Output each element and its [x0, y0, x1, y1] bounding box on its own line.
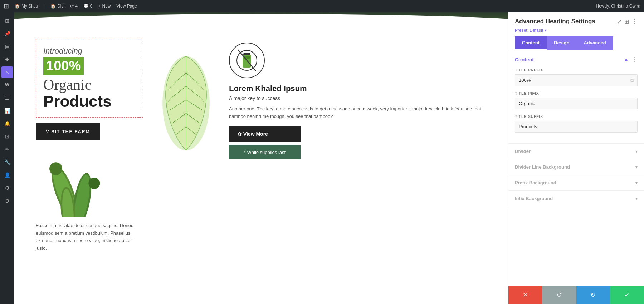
sidebar-icon-bell[interactable]: 🔔: [1, 118, 13, 129]
view-page-link[interactable]: View Page: [117, 4, 137, 9]
panel-title: Advanced Heading Settings: [515, 18, 595, 25]
lorem-subtitle: A major key to success: [229, 95, 487, 101]
my-sites-label: My Sites: [21, 4, 38, 9]
sidebar-icon-woo[interactable]: W: [1, 79, 13, 91]
tab-design[interactable]: Design: [547, 36, 576, 50]
title-suffix-input-wrapper: [515, 121, 638, 133]
accordion-infix-bg: Infix Background ▾: [508, 191, 644, 206]
title-infix-input-wrapper: [515, 98, 638, 109]
accordion-prefix-bg-label: Prefix Background: [515, 180, 556, 185]
visit-farm-button[interactable]: VISIT THE FARM: [36, 123, 100, 140]
title-prefix-label: Title Prefix: [515, 68, 638, 72]
more-options-icon[interactable]: ⋮: [632, 18, 638, 25]
comments-count: 0: [90, 4, 93, 9]
title-prefix-copy-icon[interactable]: ⧉: [626, 77, 637, 83]
title-suffix-input[interactable]: [515, 121, 637, 132]
content-section-collapse-icon[interactable]: ▲: [623, 56, 629, 63]
sidebar-icon-logo[interactable]: ⊞: [1, 15, 13, 26]
sidebar-icon-user[interactable]: 👤: [1, 169, 13, 181]
settings-panel: Advanced Heading Settings ⤢ ⊞ ⋮ Preset: …: [508, 12, 644, 304]
accordion-divider-line-bg: Divider Line Background ▾: [508, 159, 644, 175]
accordion-prefix-bg: Prefix Background ▾: [508, 175, 644, 191]
panel-tabs: Content Design Advanced: [515, 36, 638, 50]
save-button[interactable]: ✓: [610, 286, 644, 304]
title-infix-field-group: Title Infix: [515, 91, 638, 109]
suffix-text: Products: [43, 93, 136, 110]
accordion-infix-bg-label: Infix Background: [515, 196, 553, 201]
content-section-more-icon[interactable]: ⋮: [632, 56, 638, 63]
zucchini-image: [36, 146, 143, 219]
fullscreen-icon[interactable]: ⤢: [617, 18, 621, 25]
sidebar-icon-tool[interactable]: 🔧: [1, 156, 13, 168]
accordion-divider-chevron-icon: ▾: [635, 149, 638, 154]
sidebar-icon-cursor[interactable]: ↖: [1, 66, 13, 78]
page-content: Introducing 100% Organic Products VISIT …: [14, 12, 508, 304]
content-wrapper: Introducing 100% Organic Products VISIT …: [14, 28, 508, 219]
revisions-link[interactable]: ⟳ 4: [70, 4, 78, 9]
supplies-button[interactable]: * While supplies last: [229, 145, 301, 159]
accordion-infix-bg-header[interactable]: Infix Background ▾: [508, 191, 644, 206]
title-prefix-input[interactable]: [515, 75, 626, 86]
right-content-section: Lorem Khaled Ipsum A major key to succes…: [229, 39, 487, 219]
main-layout: ⊞ 📌 ▤ ✚ ↖ W ☰ 📊 🔔 ⊡ ✏ 🔧 👤 ⚙ D Introducin…: [0, 12, 644, 304]
reset-button[interactable]: ↺: [542, 286, 576, 304]
tab-advanced[interactable]: Advanced: [576, 36, 613, 50]
divi-home-icon: 🏠: [50, 4, 56, 9]
home-icon: 🏠: [15, 4, 20, 9]
icon-circle: [229, 43, 265, 78]
preset-label: Preset: Default: [515, 28, 543, 33]
title-suffix-label: Title Suffix: [515, 114, 638, 119]
sidebar-icon-settings[interactable]: ⚙: [1, 182, 13, 194]
left-sidebar: ⊞ 📌 ▤ ✚ ↖ W ☰ 📊 🔔 ⊡ ✏ 🔧 👤 ⚙ D: [0, 12, 14, 304]
divider: |: [44, 4, 45, 9]
title-infix-input[interactable]: [515, 98, 637, 109]
title-prefix-field-group: Title Prefix ⧉: [515, 68, 638, 86]
sidebar-icon-plus[interactable]: ✚: [1, 54, 13, 65]
content-section-actions: ▲ ⋮: [623, 56, 638, 63]
accordion-prefix-bg-header[interactable]: Prefix Background ▾: [508, 175, 644, 190]
content-fields-section: Content ▲ ⋮ Title Prefix ⧉ Titl: [508, 50, 644, 144]
revisions-icon: ⟳: [70, 4, 74, 9]
accordion-divider: Divider ▾: [508, 144, 644, 159]
preset-chevron-icon: ▾: [545, 28, 547, 33]
cancel-icon: ✕: [523, 291, 528, 299]
accordion-divider-line-bg-header[interactable]: Divider Line Background ▾: [508, 159, 644, 175]
accordion-divider-label: Divider: [515, 149, 531, 154]
sidebar-icon-layers[interactable]: ☰: [1, 92, 13, 104]
heading-block: Introducing 100% Organic Products VISIT …: [36, 39, 143, 219]
sidebar-icon-pencil[interactable]: ✏: [1, 144, 13, 155]
greeting: Howdy, Christina Gwira: [596, 4, 640, 9]
hero-image: [14, 12, 508, 28]
divi-link[interactable]: 🏠 Divi: [50, 4, 64, 9]
my-sites-link[interactable]: 🏠 My Sites: [15, 4, 38, 9]
lorem-body: Another one. The key to more success is …: [229, 105, 487, 120]
title-infix-label: Title Infix: [515, 91, 638, 95]
admin-bar: ⊞ 🏠 My Sites | 🏠 Divi ⟳ 4 💬 0 + New View…: [0, 0, 644, 12]
comments-link[interactable]: 💬 0: [83, 4, 93, 9]
accordion-divider-line-bg-label: Divider Line Background: [515, 164, 570, 170]
reset-icon: ↺: [557, 291, 562, 299]
svg-rect-24: [243, 53, 250, 55]
panel-body: Content ▲ ⋮ Title Prefix ⧉ Titl: [508, 50, 644, 286]
sidebar-icon-layout[interactable]: ▤: [1, 41, 13, 52]
refresh-button[interactable]: ↻: [576, 286, 610, 304]
sidebar-icon-pin[interactable]: 📌: [1, 28, 13, 39]
bottom-text-content: Fusce mattis vitae dolor congue sagittis…: [36, 222, 136, 252]
accordion-infix-bg-chevron-icon: ▾: [635, 196, 638, 201]
grid-icon[interactable]: ⊞: [624, 18, 629, 25]
title-suffix-field-group: Title Suffix: [515, 114, 638, 133]
infix-text: Organic: [43, 76, 136, 93]
cancel-button[interactable]: ✕: [508, 286, 542, 304]
prefix-text: 100%: [43, 57, 84, 75]
new-link[interactable]: + New: [98, 4, 111, 9]
preset-row[interactable]: Preset: Default ▾: [515, 28, 638, 33]
sidebar-icon-divi[interactable]: D: [1, 195, 13, 206]
lorem-title: Lorem Khaled Ipsum: [229, 84, 487, 93]
accordion-divider-header[interactable]: Divider ▾: [508, 144, 644, 159]
sidebar-icon-chart[interactable]: 📊: [1, 105, 13, 116]
tab-content[interactable]: Content: [515, 36, 547, 50]
sidebar-icon-pages[interactable]: ⊡: [1, 131, 13, 142]
bottom-paragraph: Fusce mattis vitae dolor congue sagittis…: [14, 219, 157, 259]
refresh-icon: ↻: [590, 291, 596, 299]
view-more-button[interactable]: ✿ View More: [229, 126, 301, 142]
